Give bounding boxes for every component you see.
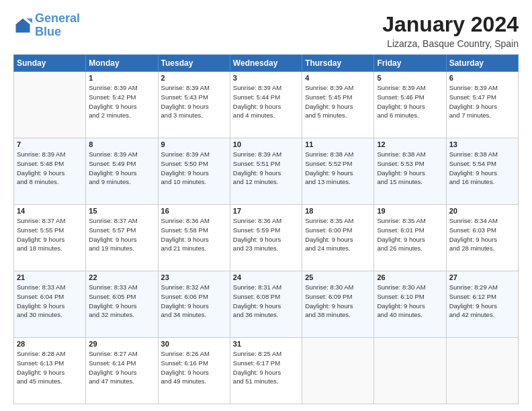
col-sunday: Sunday <box>14 55 86 72</box>
day-number: 9 <box>161 140 227 148</box>
day-info: Sunrise: 8:39 AMSunset: 5:46 PMDaylight:… <box>377 83 443 120</box>
main-title: January 2024 <box>382 12 519 37</box>
table-row: 2Sunrise: 8:39 AMSunset: 5:43 PMDaylight… <box>158 72 230 138</box>
table-row: 31Sunrise: 8:25 AMSunset: 6:17 PMDayligh… <box>230 338 302 404</box>
table-row: 27Sunrise: 8:29 AMSunset: 6:12 PMDayligh… <box>446 271 518 338</box>
table-row: 4Sunrise: 8:39 AMSunset: 5:45 PMDaylight… <box>302 72 374 138</box>
col-thursday: Thursday <box>302 55 374 72</box>
day-info: Sunrise: 8:38 AMSunset: 5:53 PMDaylight:… <box>377 150 443 187</box>
day-info: Sunrise: 8:31 AMSunset: 6:08 PMDaylight:… <box>233 283 299 320</box>
day-info: Sunrise: 8:39 AMSunset: 5:42 PMDaylight:… <box>89 83 154 120</box>
logo-icon <box>13 16 32 35</box>
table-row: 26Sunrise: 8:30 AMSunset: 6:10 PMDayligh… <box>374 271 446 338</box>
calendar-week-row: 1Sunrise: 8:39 AMSunset: 5:42 PMDaylight… <box>14 72 519 138</box>
day-info: Sunrise: 8:39 AMSunset: 5:45 PMDaylight:… <box>305 83 371 120</box>
table-row: 11Sunrise: 8:38 AMSunset: 5:52 PMDayligh… <box>302 138 374 205</box>
calendar-week-row: 14Sunrise: 8:37 AMSunset: 5:55 PMDayligh… <box>14 205 519 271</box>
day-info: Sunrise: 8:32 AMSunset: 6:06 PMDaylight:… <box>161 283 227 320</box>
table-row: 18Sunrise: 8:35 AMSunset: 6:00 PMDayligh… <box>302 205 374 271</box>
day-number: 1 <box>89 74 154 82</box>
day-number: 23 <box>161 273 227 281</box>
day-info: Sunrise: 8:35 AMSunset: 6:01 PMDaylight:… <box>377 216 443 253</box>
day-info: Sunrise: 8:25 AMSunset: 6:17 PMDaylight:… <box>233 349 299 386</box>
table-row: 1Sunrise: 8:39 AMSunset: 5:42 PMDaylight… <box>86 72 158 138</box>
day-number: 17 <box>233 207 299 215</box>
table-row <box>302 338 374 404</box>
day-number: 21 <box>17 273 83 281</box>
day-info: Sunrise: 8:39 AMSunset: 5:47 PMDaylight:… <box>449 83 515 120</box>
day-number: 20 <box>449 207 515 215</box>
day-number: 7 <box>17 140 83 148</box>
day-info: Sunrise: 8:27 AMSunset: 6:14 PMDaylight:… <box>89 349 154 386</box>
table-row <box>446 338 518 404</box>
day-number: 28 <box>17 340 83 348</box>
day-info: Sunrise: 8:39 AMSunset: 5:43 PMDaylight:… <box>161 83 227 120</box>
day-info: Sunrise: 8:33 AMSunset: 6:05 PMDaylight:… <box>89 283 154 320</box>
table-row: 16Sunrise: 8:36 AMSunset: 5:58 PMDayligh… <box>158 205 230 271</box>
day-number: 10 <box>233 140 299 148</box>
table-row: 12Sunrise: 8:38 AMSunset: 5:53 PMDayligh… <box>374 138 446 205</box>
table-row: 7Sunrise: 8:39 AMSunset: 5:48 PMDaylight… <box>14 138 86 205</box>
table-row: 22Sunrise: 8:33 AMSunset: 6:05 PMDayligh… <box>86 271 158 338</box>
day-number: 13 <box>449 140 515 148</box>
day-info: Sunrise: 8:37 AMSunset: 5:57 PMDaylight:… <box>89 216 154 253</box>
day-info: Sunrise: 8:39 AMSunset: 5:51 PMDaylight:… <box>233 150 299 187</box>
logo-text: General Blue <box>35 12 80 39</box>
calendar-week-row: 28Sunrise: 8:28 AMSunset: 6:13 PMDayligh… <box>14 338 519 404</box>
calendar-week-row: 7Sunrise: 8:39 AMSunset: 5:48 PMDaylight… <box>14 138 519 205</box>
day-number: 11 <box>305 140 371 148</box>
logo: General Blue <box>13 12 80 39</box>
table-row: 24Sunrise: 8:31 AMSunset: 6:08 PMDayligh… <box>230 271 302 338</box>
subtitle: Lizarza, Basque Country, Spain <box>382 38 519 49</box>
col-friday: Friday <box>374 55 446 72</box>
table-row: 5Sunrise: 8:39 AMSunset: 5:46 PMDaylight… <box>374 72 446 138</box>
day-number: 26 <box>377 273 443 281</box>
day-info: Sunrise: 8:34 AMSunset: 6:03 PMDaylight:… <box>449 216 515 253</box>
day-number: 16 <box>161 207 227 215</box>
day-number: 18 <box>305 207 371 215</box>
page: General Blue January 2024 Lizarza, Basqu… <box>0 0 532 411</box>
day-number: 6 <box>449 74 515 82</box>
table-row: 10Sunrise: 8:39 AMSunset: 5:51 PMDayligh… <box>230 138 302 205</box>
day-info: Sunrise: 8:37 AMSunset: 5:55 PMDaylight:… <box>17 216 83 253</box>
table-row: 25Sunrise: 8:30 AMSunset: 6:09 PMDayligh… <box>302 271 374 338</box>
day-number: 14 <box>17 207 83 215</box>
day-info: Sunrise: 8:28 AMSunset: 6:13 PMDaylight:… <box>17 349 83 386</box>
table-row <box>14 72 86 138</box>
table-row: 15Sunrise: 8:37 AMSunset: 5:57 PMDayligh… <box>86 205 158 271</box>
logo-line1: General <box>35 11 80 25</box>
day-number: 29 <box>89 340 154 348</box>
table-row: 29Sunrise: 8:27 AMSunset: 6:14 PMDayligh… <box>86 338 158 404</box>
table-row: 19Sunrise: 8:35 AMSunset: 6:01 PMDayligh… <box>374 205 446 271</box>
header: General Blue January 2024 Lizarza, Basqu… <box>13 12 519 49</box>
table-row: 20Sunrise: 8:34 AMSunset: 6:03 PMDayligh… <box>446 205 518 271</box>
table-row: 14Sunrise: 8:37 AMSunset: 5:55 PMDayligh… <box>14 205 86 271</box>
day-info: Sunrise: 8:38 AMSunset: 5:52 PMDaylight:… <box>305 150 371 187</box>
table-row: 9Sunrise: 8:39 AMSunset: 5:50 PMDaylight… <box>158 138 230 205</box>
svg-marker-0 <box>16 18 30 32</box>
calendar-week-row: 21Sunrise: 8:33 AMSunset: 6:04 PMDayligh… <box>14 271 519 338</box>
day-number: 12 <box>377 140 443 148</box>
table-row: 28Sunrise: 8:28 AMSunset: 6:13 PMDayligh… <box>14 338 86 404</box>
title-block: January 2024 Lizarza, Basque Country, Sp… <box>382 12 519 49</box>
day-info: Sunrise: 8:39 AMSunset: 5:44 PMDaylight:… <box>233 83 299 120</box>
logo-line2: Blue <box>35 25 61 38</box>
day-info: Sunrise: 8:30 AMSunset: 6:10 PMDaylight:… <box>377 283 443 320</box>
table-row: 30Sunrise: 8:26 AMSunset: 6:16 PMDayligh… <box>158 338 230 404</box>
calendar-table: Sunday Monday Tuesday Wednesday Thursday… <box>13 54 519 404</box>
col-saturday: Saturday <box>446 55 518 72</box>
day-info: Sunrise: 8:36 AMSunset: 5:59 PMDaylight:… <box>233 216 299 253</box>
day-number: 30 <box>161 340 227 348</box>
day-number: 24 <box>233 273 299 281</box>
day-info: Sunrise: 8:30 AMSunset: 6:09 PMDaylight:… <box>305 283 371 320</box>
day-info: Sunrise: 8:33 AMSunset: 6:04 PMDaylight:… <box>17 283 83 320</box>
day-info: Sunrise: 8:39 AMSunset: 5:50 PMDaylight:… <box>161 150 227 187</box>
day-number: 5 <box>377 74 443 82</box>
day-info: Sunrise: 8:36 AMSunset: 5:58 PMDaylight:… <box>161 216 227 253</box>
table-row: 21Sunrise: 8:33 AMSunset: 6:04 PMDayligh… <box>14 271 86 338</box>
col-wednesday: Wednesday <box>230 55 302 72</box>
day-number: 31 <box>233 340 299 348</box>
day-info: Sunrise: 8:26 AMSunset: 6:16 PMDaylight:… <box>161 349 227 386</box>
col-tuesday: Tuesday <box>158 55 230 72</box>
calendar-header-row: Sunday Monday Tuesday Wednesday Thursday… <box>14 55 519 72</box>
